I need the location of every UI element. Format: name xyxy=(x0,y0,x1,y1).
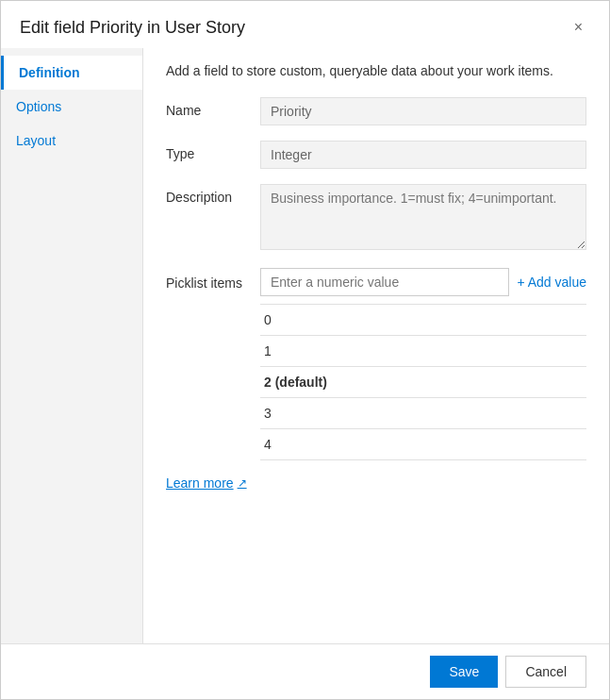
name-field-container xyxy=(260,97,586,125)
external-link-icon: ↗ xyxy=(238,476,247,490)
picklist-item-0: 0 xyxy=(260,305,586,336)
description-field-container xyxy=(260,184,586,253)
description-row: Description xyxy=(166,184,586,253)
type-input[interactable] xyxy=(260,141,586,169)
close-button[interactable]: × xyxy=(567,16,590,39)
learn-more-section: Learn more ↗ xyxy=(166,468,586,494)
type-row: Type xyxy=(166,141,586,169)
dialog-header: Edit field Priority in User Story × xyxy=(1,1,609,48)
picklist-label: Picklist items xyxy=(166,268,260,291)
add-value-button[interactable]: + Add value xyxy=(517,275,586,290)
sidebar-item-layout[interactable]: Layout xyxy=(1,124,142,158)
name-input[interactable] xyxy=(260,97,586,125)
picklist-item-4: 4 xyxy=(260,429,586,460)
name-row: Name xyxy=(166,97,586,125)
picklist-input[interactable] xyxy=(260,268,509,296)
picklist-input-row: + Add value xyxy=(260,268,586,296)
picklist-items-list: 0 1 2 (default) 3 4 xyxy=(260,304,586,460)
dialog-title: Edit field Priority in User Story xyxy=(20,18,245,38)
learn-more-label: Learn more xyxy=(166,475,234,491)
picklist-section: Picklist items + Add value 0 1 2 (defaul… xyxy=(166,268,586,460)
sidebar-item-definition[interactable]: Definition xyxy=(1,56,142,90)
page-description: Add a field to store custom, queryable d… xyxy=(166,63,586,78)
save-button[interactable]: Save xyxy=(430,656,498,688)
sidebar: Definition Options Layout xyxy=(1,48,142,643)
type-field-container xyxy=(260,141,586,169)
picklist-controls: + Add value 0 1 2 (default) 3 4 xyxy=(260,268,586,460)
picklist-item-1: 1 xyxy=(260,336,586,367)
sidebar-item-options[interactable]: Options xyxy=(1,90,142,124)
dialog-footer: Save Cancel xyxy=(1,643,609,699)
type-label: Type xyxy=(166,141,260,161)
picklist-item-3: 3 xyxy=(260,398,586,429)
learn-more-link[interactable]: Learn more ↗ xyxy=(166,475,247,491)
picklist-item-2-default: 2 (default) xyxy=(260,367,586,398)
main-content: Add a field to store custom, queryable d… xyxy=(142,48,609,643)
description-textarea[interactable] xyxy=(260,184,586,250)
cancel-button[interactable]: Cancel xyxy=(505,656,586,688)
dialog-body: Definition Options Layout Add a field to… xyxy=(1,48,609,643)
name-label: Name xyxy=(166,97,260,118)
dialog: Edit field Priority in User Story × Defi… xyxy=(0,0,610,700)
description-label: Description xyxy=(166,184,260,205)
